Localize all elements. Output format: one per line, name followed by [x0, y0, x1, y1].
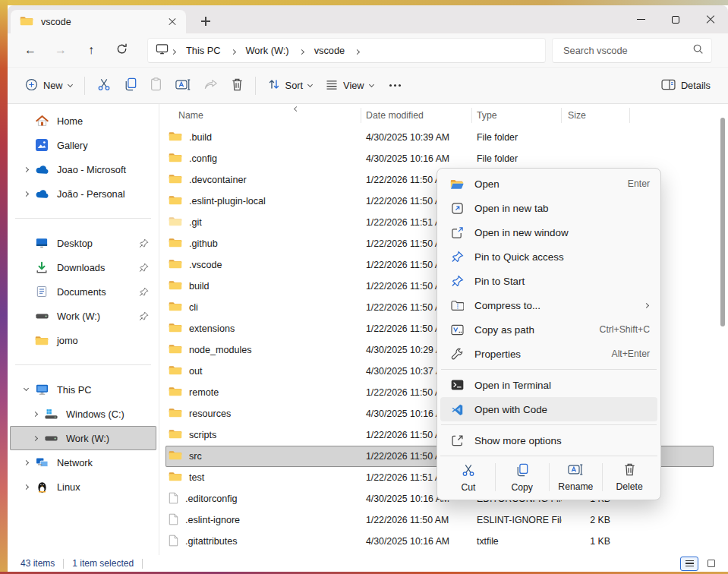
icons-view-toggle-button[interactable]: [702, 557, 720, 571]
sidebar-item-label: Desktop: [57, 238, 93, 249]
context-menu-item-open-in-new-tab[interactable]: Open in new tab: [440, 196, 657, 220]
view-button[interactable]: View: [319, 72, 380, 99]
quick-action-delete[interactable]: Delete: [603, 462, 656, 493]
minimize-button[interactable]: [623, 5, 658, 33]
chevron-right-icon[interactable]: [32, 435, 37, 440]
pin-icon: [139, 311, 149, 321]
context-menu-item-open-in-new-window[interactable]: Open in new window: [440, 220, 657, 244]
file-type: File folder: [472, 132, 562, 143]
sidebar-item-work-w[interactable]: Work (W:): [10, 426, 156, 450]
up-button[interactable]: ↑: [76, 37, 106, 63]
delete-icon: [232, 78, 243, 93]
delete-button[interactable]: [225, 72, 250, 99]
column-header-date-modified[interactable]: Date modified: [361, 108, 472, 123]
chevron-right-icon[interactable]: [23, 459, 28, 465]
breadcrumb-item-work-w[interactable]: Work (W:): [238, 45, 297, 56]
file-name: .build: [189, 132, 212, 143]
sidebar-item-jo-o-personal[interactable]: João - Personal: [10, 181, 156, 206]
status-divider: [142, 559, 143, 569]
quick-action-cut[interactable]: Cut: [442, 462, 495, 493]
wallpaper-edge-left: [0, 0, 8, 574]
new-tab-button[interactable]: [197, 12, 215, 30]
quick-action-copy[interactable]: Copy: [496, 462, 549, 493]
context-menu-item-properties[interactable]: PropertiesAlt+Enter: [440, 342, 657, 366]
chevron-right-icon[interactable]: [32, 411, 37, 416]
rename-button[interactable]: [169, 72, 197, 99]
file-name: scripts: [189, 430, 216, 440]
vertical-scrollbar[interactable]: [720, 118, 725, 326]
search-input[interactable]: [563, 45, 692, 56]
context-menu-item-open-with-code[interactable]: Open with Code: [440, 397, 657, 421]
details-view-toggle-button[interactable]: [680, 557, 698, 571]
breadcrumb-item-vscode[interactable]: vscode: [307, 45, 353, 56]
sidebar-item-network[interactable]: Network: [10, 450, 156, 475]
close-icon: [706, 15, 715, 24]
copy-button[interactable]: [118, 72, 143, 99]
sidebar-item-downloads[interactable]: Downloads: [10, 255, 156, 279]
tab-bar: vscode: [8, 5, 728, 33]
chevron-right-icon: [171, 49, 176, 54]
sort-button[interactable]: Sort: [261, 72, 319, 99]
sidebar-item-jomo[interactable]: jomo: [10, 328, 156, 352]
breadcrumb[interactable]: This PCWork (W:)vscode: [147, 38, 546, 63]
close-button[interactable]: [693, 5, 728, 33]
context-menu-item-show-more-options[interactable]: Show more options: [440, 428, 657, 453]
view-icon: [326, 80, 338, 92]
column-header-type[interactable]: Type: [472, 108, 562, 123]
column-header-size[interactable]: Size: [562, 108, 630, 123]
chevron-right-icon[interactable]: [23, 191, 28, 196]
command-toolbar: New Sort View Details: [8, 67, 728, 104]
sidebar-item-desktop[interactable]: Desktop: [10, 231, 156, 255]
explorer-tab[interactable]: vscode: [11, 10, 186, 33]
forward-button[interactable]: →: [46, 37, 76, 63]
folder-icon: [169, 322, 182, 336]
context-menu-item-copy-as-path[interactable]: Copy as pathCtrl+Shift+C: [440, 317, 657, 342]
sidebar-item-windows-c[interactable]: Windows (C:): [10, 402, 156, 426]
maximize-button[interactable]: [658, 5, 693, 33]
folder-icon: [169, 173, 182, 187]
context-menu-item-pin-to-quick-access[interactable]: Pin to Quick access: [440, 244, 657, 269]
file-row-eslint-ignore[interactable]: .eslint-ignore1/22/2026 11:50 AMESLINT-I…: [165, 509, 714, 531]
context-menu-item-compress-to[interactable]: Compress to...: [440, 293, 657, 317]
context-menu-item-open[interactable]: OpenEnter: [440, 172, 657, 196]
refresh-button[interactable]: [106, 37, 137, 63]
search-box[interactable]: [552, 38, 712, 63]
file-row-gitattributes[interactable]: .gitattributes4/30/2025 10:16 AMtxtfile1…: [165, 531, 714, 552]
sidebar-item-label: Downloads: [57, 262, 105, 273]
sidebar-item-label: Home: [57, 115, 83, 127]
see-more-button[interactable]: [380, 84, 410, 87]
expander-slot: [28, 437, 42, 440]
chevron-right-icon[interactable]: [23, 484, 28, 489]
folder-icon: [33, 335, 51, 346]
tab-close-button[interactable]: [163, 13, 181, 31]
file-name: node_modules: [189, 345, 252, 355]
sidebar-item-this-pc[interactable]: This PC: [10, 377, 156, 402]
sidebar-item-home[interactable]: Home: [10, 109, 156, 133]
file-row[interactable]: [165, 552, 714, 555]
context-menu-item-open-in-terminal[interactable]: Open in Terminal: [440, 373, 657, 397]
sidebar-item-linux[interactable]: Linux: [10, 475, 156, 499]
chevron-right-icon[interactable]: [23, 166, 28, 172]
quick-action-rename[interactable]: Rename: [550, 462, 603, 493]
share-button[interactable]: [197, 72, 225, 99]
sidebar-item-label: This PC: [57, 384, 92, 396]
sidebar-item-gallery[interactable]: Gallery: [10, 133, 156, 157]
sort-icon: [268, 78, 280, 93]
sidebar-item-work-w[interactable]: Work (W:): [10, 304, 156, 328]
folder-icon: [169, 301, 182, 314]
paste-button[interactable]: [143, 72, 169, 99]
context-menu-item-pin-to-start[interactable]: Pin to Start: [440, 269, 657, 293]
new-button[interactable]: New: [18, 72, 79, 99]
chevron-down-icon[interactable]: [23, 386, 28, 391]
back-button[interactable]: ←: [15, 37, 46, 63]
file-name: .editorconfig: [185, 494, 238, 504]
details-pane-button[interactable]: Details: [654, 72, 717, 99]
sidebar-item-documents[interactable]: Documents: [10, 279, 156, 304]
sidebar-item-joao-microsoft[interactable]: Joao - Microsoft: [10, 157, 156, 181]
file-row-build[interactable]: .build4/30/2025 10:39 AMFile folder: [165, 127, 714, 148]
cut-button[interactable]: [90, 72, 118, 99]
file-row-config[interactable]: .config4/30/2025 10:16 AMFile folder: [165, 148, 714, 169]
breadcrumb-item-this-pc[interactable]: This PC: [178, 45, 228, 56]
chevron-down-icon: [369, 81, 374, 87]
column-header-name[interactable]: Name: [165, 108, 361, 123]
